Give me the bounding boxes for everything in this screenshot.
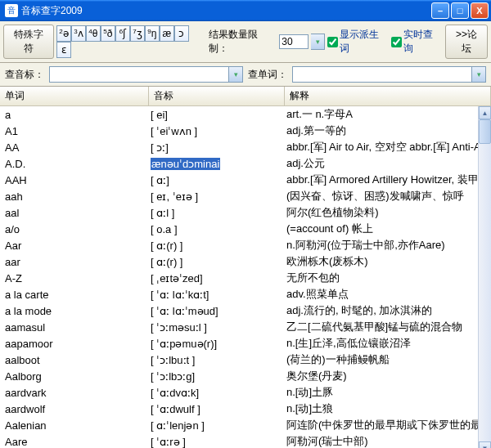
table-row[interactable]: A1[ ˈeiˈwʌn ]adj.第一等的 [0, 123, 491, 139]
table-row[interactable]: a la carte[ ˈɑː lɑːˈkɑːt]adv.照菜单点 [0, 286, 491, 302]
cell-ipa: [ ˈɑːdvɑːk] [149, 387, 285, 399]
cell-def: 阿勒河(瑞士中部) [285, 434, 491, 448]
cell-word: aamasul [0, 321, 149, 334]
table-row[interactable]: Aalenian[ ɑːˈlenjən ]阿连阶(中侏罗世的最早期或下侏罗世的最… [0, 417, 491, 433]
cell-ipa: [ eɪ, ˈeɪə ] [149, 190, 285, 203]
char-button[interactable]: 7ʒ [130, 25, 145, 42]
char-button[interactable]: 6ʃ [115, 25, 130, 42]
table-row[interactable]: aapamoor[ ˈɑːpəmuə(r)]n.[生]丘泽,高低位镶嵌沼泽 [0, 335, 491, 352]
cell-word: AAH [0, 174, 149, 186]
cell-def: adj.公元 [285, 156, 491, 171]
cell-ipa: [ ei] [149, 109, 285, 121]
cell-ipa: [ ɔː] [149, 141, 285, 154]
cell-word: a [0, 109, 149, 121]
scrollbar[interactable]: ▲ ▼ [478, 106, 491, 448]
forum-button[interactable]: >>论坛 [445, 25, 488, 59]
close-button[interactable]: X [471, 2, 489, 19]
table-row[interactable]: Aalborg[ ˈɔːlbɔːg]奥尔堡(丹麦) [0, 368, 491, 384]
cell-def: (因兴奋、惊讶、困惑)发喊啸声、惊呼 [285, 189, 491, 204]
toolbar: 特殊字符 2ə3ʌ4θ5ð6ʃ7ʒ9ŋæɔɛ 结果数量限制： ▾ 显示派生词 实… [0, 21, 491, 63]
cell-def: art.一 n.字母A [285, 107, 491, 122]
char-button[interactable]: 9ŋ [145, 25, 160, 42]
cell-word: Aare [0, 436, 149, 448]
cell-word: a la mode [0, 305, 149, 317]
cell-word: Aalenian [0, 419, 149, 432]
col-word[interactable]: 单词 [0, 87, 149, 105]
table-row[interactable]: aah[ eɪ, ˈeɪə ](因兴奋、惊讶、困惑)发喊啸声、惊呼 [0, 188, 491, 204]
cell-def: 欧洲栎木(废栎木) [285, 254, 491, 269]
table-row[interactable]: a la mode[ ˈɑː lɑːˈməud]adj.流行的, 时髦的, 加冰… [0, 302, 491, 319]
special-chars-button[interactable]: 特殊字符 [3, 25, 54, 59]
live-query-checkbox[interactable]: 实时查询 [391, 28, 443, 56]
scroll-up-icon[interactable]: ▲ [479, 106, 491, 119]
table-row[interactable]: aardwolf[ ˈɑːdwulf ]n.[动]土狼 [0, 401, 491, 417]
cell-def: n.[动]土豚 [285, 385, 491, 400]
show-derived-checkbox[interactable]: 显示派生词 [327, 28, 389, 56]
cell-def: 奥尔堡(丹麦) [285, 369, 491, 383]
table-row[interactable]: aar[ ɑː(r) ]欧洲栎木(废栎木) [0, 253, 491, 270]
search-word-input[interactable] [292, 66, 472, 83]
col-ipa[interactable]: 音标 [149, 87, 285, 105]
table-header: 单词 音标 解释 [0, 87, 491, 106]
cell-word: a/o [0, 223, 149, 235]
limit-stepper[interactable]: ▾ [311, 34, 325, 50]
cell-word: A.D. [0, 158, 149, 170]
table-row[interactable]: Aare[ ˈɑːrə ]阿勒河(瑞士中部) [0, 433, 491, 448]
search-word-label: 查单词： [248, 68, 287, 82]
cell-word: AA [0, 141, 149, 154]
table-row[interactable]: aalboot[ ˈɔːlbuːt ](荷兰的)一种捕鳗帆船 [0, 352, 491, 368]
table-row[interactable]: a[ ei]art.一 n.字母A [0, 106, 491, 123]
cell-ipa: [ o.a ] [149, 223, 285, 235]
char-button[interactable]: 5ð [101, 25, 115, 42]
char-button[interactable]: 2ə [56, 25, 71, 42]
search-ipa-input[interactable] [49, 66, 229, 83]
cell-word: aardvark [0, 387, 149, 399]
cell-def: 无所不包的 [285, 271, 491, 285]
cell-word: Aalborg [0, 370, 149, 383]
table-row[interactable]: AA[ ɔː]abbr.[军] Air to Air, 空对空 abbr.[军]… [0, 139, 491, 155]
minimize-button[interactable]: – [431, 2, 449, 19]
cell-word: Aar [0, 240, 149, 252]
scroll-down-icon[interactable]: ▼ [479, 441, 491, 448]
cell-def: abbr.[军] Armored Artillery Howitzer, 装甲榴… [285, 172, 491, 187]
cell-word: a la carte [0, 289, 149, 301]
cell-def: n.阿勒河(位于瑞士中部,亦作Aare) [285, 238, 491, 253]
search-ipa-label: 查音标： [5, 68, 44, 82]
char-button[interactable]: æ [160, 25, 174, 42]
cell-word: aapamoor [0, 338, 149, 350]
cell-word: aalboot [0, 354, 149, 366]
scroll-thumb[interactable] [479, 119, 491, 144]
table-row[interactable]: A.D.ænəuˈdɔminaiadj.公元 [0, 155, 491, 172]
cell-ipa: [ ˈɑːrə ] [149, 436, 285, 448]
char-button[interactable]: 3ʌ [71, 25, 86, 42]
search-word-dropdown[interactable]: ▾ [472, 66, 486, 83]
cell-def: n.[生]丘泽,高低位镶嵌沼泽 [285, 336, 491, 351]
limit-label: 结果数量限制： [209, 28, 277, 56]
table-row[interactable]: Aar[ ɑː(r) ]n.阿勒河(位于瑞士中部,亦作Aare) [0, 237, 491, 253]
char-button[interactable]: ɛ [56, 42, 71, 58]
col-def[interactable]: 解释 [285, 87, 491, 105]
cell-def: 乙二[二硫代氨基甲酸]锰与硫的混合物 [285, 320, 491, 334]
table-row[interactable]: aardvark[ ˈɑːdvɑːk]n.[动]土豚 [0, 384, 491, 401]
cell-ipa: [ ˈɑː lɑːˈməud] [149, 305, 285, 317]
table-row[interactable]: a/o[ o.a ](=account of) 帐上 [0, 221, 491, 237]
char-button[interactable]: ɔ [174, 25, 189, 42]
table-row[interactable]: aal[ ɑːl ]阿尔(红色植物染料) [0, 204, 491, 221]
limit-input[interactable] [279, 34, 309, 49]
char-button[interactable]: 4θ [86, 25, 101, 42]
cell-word: A-Z [0, 272, 149, 284]
app-icon: 音 [5, 4, 18, 17]
cell-ipa: [ ˈɑːpəmuə(r)] [149, 338, 285, 350]
maximize-button[interactable]: □ [451, 2, 469, 19]
table-row[interactable]: AAH[ ɑː]abbr.[军] Armored Artillery Howit… [0, 172, 491, 188]
table-row[interactable]: A-Z[ ˌeɪtəˈzed]无所不包的 [0, 270, 491, 286]
cell-def: abbr.[军] Air to Air, 空对空 abbr.[军] Anti-A… [285, 140, 491, 155]
search-ipa-dropdown[interactable]: ▾ [229, 66, 243, 83]
cell-ipa: [ ˈeiˈwʌn ] [149, 125, 285, 137]
table-row[interactable]: aamasul[ ˈɔːməsuːl ]乙二[二硫代氨基甲酸]锰与硫的混合物 [0, 319, 491, 335]
cell-word: A1 [0, 125, 149, 137]
table-body[interactable]: a[ ei]art.一 n.字母AA1[ ˈeiˈwʌn ]adj.第一等的AA… [0, 106, 491, 448]
cell-ipa: [ ɑːl ] [149, 207, 285, 219]
cell-ipa: [ ˈɑːdwulf ] [149, 403, 285, 415]
cell-ipa: [ ˈɔːlbɔːg] [149, 370, 285, 383]
